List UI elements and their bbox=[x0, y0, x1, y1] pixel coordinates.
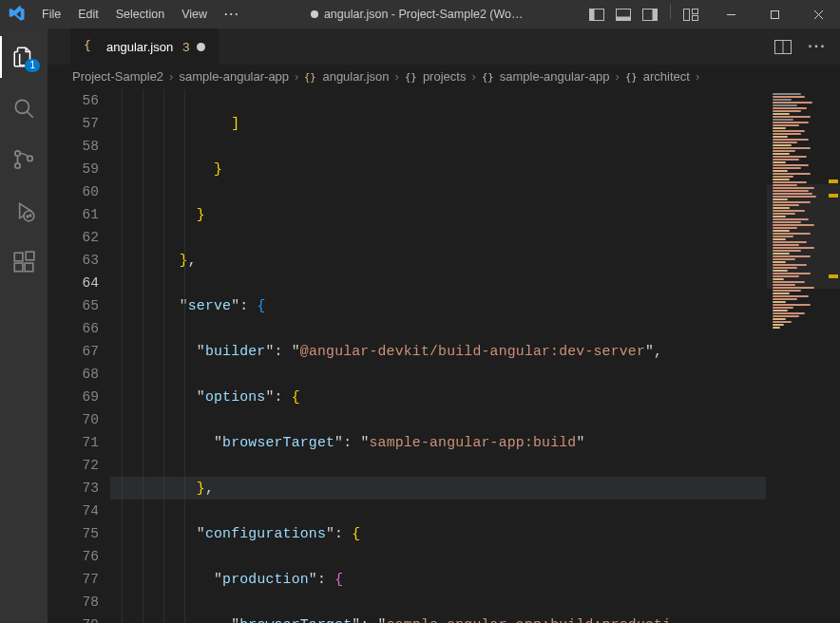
activity-run-debug-icon[interactable] bbox=[0, 190, 48, 232]
chevron-right-icon: › bbox=[471, 69, 475, 84]
editor-group: { } angular.json 3 ··· Project-Sample2 ›… bbox=[48, 28, 840, 623]
tab-filename: angular.json bbox=[106, 40, 173, 54]
tab-angular-json[interactable]: { } angular.json 3 bbox=[70, 28, 220, 65]
activity-bar: 1 bbox=[0, 28, 48, 623]
svg-text:{ }: { } bbox=[84, 38, 99, 52]
svg-rect-3 bbox=[617, 16, 631, 20]
editor-tabs: { } angular.json 3 ··· bbox=[48, 28, 840, 65]
split-editor-icon[interactable] bbox=[773, 37, 792, 56]
titlebar: File Edit Selection View ··· angular.jso… bbox=[0, 0, 840, 28]
svg-rect-5 bbox=[653, 9, 658, 20]
activity-explorer-icon[interactable]: 1 bbox=[0, 36, 48, 78]
svg-text:{}: {} bbox=[482, 70, 494, 82]
chevron-right-icon: › bbox=[169, 69, 173, 84]
code-content[interactable]: ] } } }, "serve": { "builder": "@angular… bbox=[110, 89, 766, 623]
activity-search-icon[interactable] bbox=[0, 87, 48, 129]
svg-point-16 bbox=[15, 163, 20, 168]
crumb-node-app[interactable]: {} sample-angular-app bbox=[482, 69, 610, 84]
svg-line-14 bbox=[28, 112, 33, 118]
chevron-right-icon: › bbox=[615, 69, 619, 84]
toggle-panel-left-icon[interactable] bbox=[586, 4, 607, 25]
svg-point-17 bbox=[28, 156, 32, 160]
window-close-button[interactable] bbox=[796, 0, 840, 28]
crumb-folder-root[interactable]: Project-Sample2 bbox=[72, 69, 163, 84]
svg-rect-8 bbox=[693, 15, 698, 20]
svg-rect-22 bbox=[14, 253, 23, 261]
svg-text:{}: {} bbox=[304, 70, 316, 82]
activity-source-control-icon[interactable] bbox=[0, 139, 48, 180]
svg-point-15 bbox=[15, 151, 20, 156]
breadcrumb[interactable]: Project-Sample2 › sample-angular-app › {… bbox=[48, 65, 840, 89]
menu-view[interactable]: View bbox=[174, 0, 215, 28]
toggle-panel-bottom-icon[interactable] bbox=[613, 4, 634, 25]
svg-rect-25 bbox=[26, 252, 34, 260]
toggle-panel-right-icon[interactable] bbox=[640, 4, 660, 25]
window-maximize-button[interactable] bbox=[753, 0, 796, 28]
vscode-logo bbox=[0, 6, 34, 23]
svg-rect-7 bbox=[693, 9, 698, 13]
menu-selection[interactable]: Selection bbox=[108, 0, 172, 28]
explorer-badge: 1 bbox=[25, 59, 40, 72]
chevron-right-icon: › bbox=[696, 69, 699, 84]
layout-divider bbox=[670, 4, 671, 19]
tab-modified-count: 3 bbox=[182, 40, 189, 54]
svg-text:{}: {} bbox=[625, 70, 638, 82]
overview-ruler[interactable] bbox=[827, 89, 840, 623]
customize-layout-icon[interactable] bbox=[680, 4, 701, 25]
crumb-folder-app[interactable]: sample-angular-app bbox=[179, 69, 289, 84]
menu-bar: File Edit Selection View ··· bbox=[34, 0, 247, 28]
menu-file[interactable]: File bbox=[34, 0, 68, 28]
svg-rect-23 bbox=[14, 263, 23, 272]
tab-modified-dot-icon bbox=[197, 43, 205, 51]
menu-overflow-icon[interactable]: ··· bbox=[217, 0, 247, 28]
svg-rect-24 bbox=[25, 263, 33, 272]
svg-rect-1 bbox=[590, 9, 595, 20]
editor-area[interactable]: 56 57 58 59 60 61 62 63 64 65 66 67 68 6… bbox=[48, 89, 840, 623]
window-minimize-button[interactable] bbox=[709, 0, 753, 28]
svg-rect-6 bbox=[684, 9, 690, 20]
crumb-node-projects[interactable]: {} projects bbox=[405, 69, 467, 84]
activity-extensions-icon[interactable] bbox=[0, 241, 48, 283]
chevron-right-icon: › bbox=[295, 69, 298, 84]
svg-text:{}: {} bbox=[405, 70, 417, 82]
window-title: angular.json - Project-Sample2 (Wo… bbox=[247, 8, 586, 21]
modified-dot-icon bbox=[311, 10, 318, 18]
layout-icons bbox=[586, 4, 701, 25]
menu-edit[interactable]: Edit bbox=[70, 0, 106, 28]
editor-more-actions-icon[interactable]: ··· bbox=[808, 37, 827, 56]
crumb-node-architect[interactable]: {} architect bbox=[625, 69, 690, 84]
svg-rect-10 bbox=[771, 10, 778, 18]
svg-point-13 bbox=[15, 100, 29, 113]
window-title-text: angular.json - Project-Sample2 (Wo… bbox=[324, 8, 524, 21]
crumb-file[interactable]: {} angular.json bbox=[304, 69, 389, 84]
window-controls bbox=[709, 0, 840, 28]
json-file-icon: { } bbox=[84, 38, 99, 56]
chevron-right-icon: › bbox=[395, 69, 399, 84]
line-number-gutter: 56 57 58 59 60 61 62 63 64 65 66 67 68 6… bbox=[48, 89, 110, 623]
